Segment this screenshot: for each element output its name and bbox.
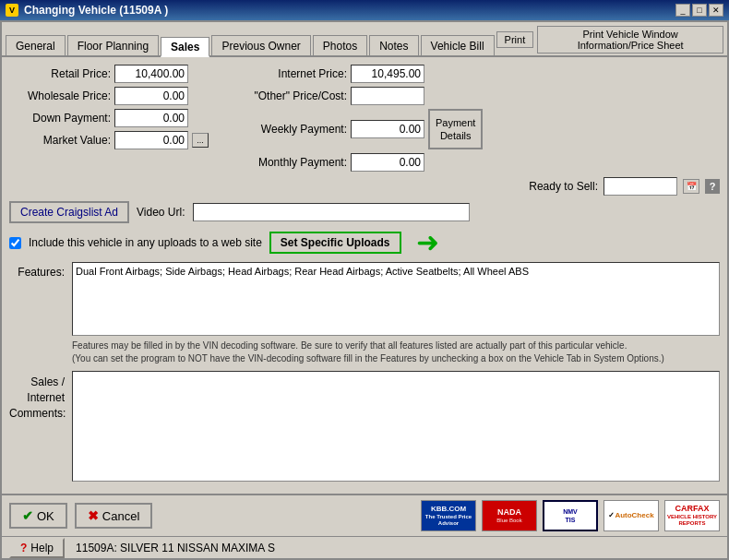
bottom-buttons: ✔ OK ✖ Cancel [9,503,152,529]
upload-label: Include this vehicle in any uploads to a… [29,236,262,249]
ready-to-sell-input[interactable] [604,177,677,196]
weekly-payment-row: Weekly Payment: PaymentDetails [227,109,483,149]
market-value-ellipsis[interactable]: ... [192,133,209,148]
tab-floor-planning[interactable]: Floor Planning [67,35,159,55]
calendar-icon[interactable]: 📅 [683,179,699,194]
tab-sales[interactable]: Sales [161,37,209,57]
print-window-button[interactable]: Print Vehicle Window Information/Price S… [537,26,723,54]
pricing-section: Retail Price: Wholesale Price: Down Paym… [9,65,720,172]
tab-previous-owner[interactable]: Previous Owner [211,35,310,55]
ok-button[interactable]: ✔ OK [9,503,67,529]
upload-row: Include this vehicle in any uploads to a… [9,229,720,256]
window-title: Changing Vehicle (11509A ) [24,4,168,17]
tab-photos[interactable]: Photos [313,35,367,55]
autocheck-badge[interactable]: ✓AutoCheck [604,500,659,531]
print-button[interactable]: Print [496,31,534,48]
monthly-payment-row: Monthly Payment: [227,153,483,172]
video-url-input[interactable] [193,203,470,221]
tab-notes[interactable]: Notes [369,35,418,55]
app-icon: V [6,4,18,17]
ready-to-sell-row: Ready to Sell: 📅 ? [9,177,720,196]
window-controls: _ □ ✕ [675,4,723,17]
arrow-icon: ➜ [416,229,439,256]
bottom-bar: ✔ OK ✖ Cancel KBB.COMThe Trusted Price A… [2,494,727,536]
question-icon[interactable]: ? [705,179,720,194]
weekly-payment-input[interactable] [351,120,424,138]
wholesale-price-label: Wholesale Price: [9,89,111,102]
badge-area: KBB.COMThe Trusted Price Advisor NADABlu… [421,500,720,531]
wholesale-price-row: Wholesale Price: [9,87,209,105]
cancel-button[interactable]: ✖ Cancel [75,503,152,529]
down-payment-input[interactable] [114,109,188,127]
maximize-button[interactable]: □ [692,4,707,17]
craigslist-button[interactable]: Create Craigslist Ad [9,201,129,223]
status-bar: ? Help 11509A: SILVER 11 NISSAN MAXIMA S [2,536,727,558]
main-window: General Floor Planning Sales Previous Ow… [0,20,729,560]
vehicle-info: 11509A: SILVER 11 NISSAN MAXIMA S [76,542,275,554]
comments-label: Sales /InternetComments: [9,371,65,482]
monthly-payment-input[interactable] [351,153,424,172]
down-payment-row: Down Payment: [9,109,209,127]
content-area: Retail Price: Wholesale Price: Down Paym… [2,57,727,494]
kbb-badge[interactable]: KBB.COMThe Trusted Price Advisor [421,500,476,531]
other-price-row: "Other" Price/Cost: [227,87,483,105]
market-value-input[interactable] [114,131,188,149]
tab-bar: General Floor Planning Sales Previous Ow… [2,22,727,57]
market-value-label: Market Value: [9,134,111,147]
tab-general[interactable]: General [6,35,66,55]
features-label: Features: [9,262,65,336]
help-button[interactable]: ? Help [9,538,65,558]
carfax-badge[interactable]: CARFAXVEHICLE HISTORYREPORTS [664,500,720,531]
pricing-left: Retail Price: Wholesale Price: Down Paym… [9,65,209,172]
nmvtis-badge[interactable]: NMVTIS [543,500,598,531]
down-payment-label: Down Payment: [9,112,111,125]
cancel-x-icon: ✖ [88,508,99,523]
close-button[interactable]: ✕ [709,4,723,17]
title-bar: V Changing Vehicle (11509A ) _ □ ✕ [0,0,729,20]
wholesale-price-input[interactable] [114,87,188,105]
retail-price-input[interactable] [114,65,188,83]
help-icon: ? [20,542,27,554]
features-section: Features: Dual Front Airbags; Side Airba… [9,262,720,336]
minimize-button[interactable]: _ [675,4,690,17]
pricing-right: Internet Price: "Other" Price/Cost: Week… [227,65,483,172]
other-price-label: "Other" Price/Cost: [227,89,347,102]
features-note: Features may be filled in by the VIN dec… [72,340,720,365]
upload-checkbox[interactable] [9,237,21,249]
payment-details-button[interactable]: PaymentDetails [428,109,483,149]
ok-check-icon: ✔ [22,508,33,523]
market-value-row: Market Value: ... [9,131,209,149]
set-uploads-button[interactable]: Set Specific Uploads [269,232,401,254]
craigslist-row: Create Craigslist Ad Video Url: [9,201,720,223]
internet-price-label: Internet Price: [227,67,347,80]
video-url-label: Video Url: [137,206,185,219]
tab-vehicle-bill[interactable]: Vehicle Bill [421,35,495,55]
weekly-payment-label: Weekly Payment: [227,123,347,136]
other-price-input[interactable] [351,87,424,105]
features-textarea[interactable]: Dual Front Airbags; Side Airbags; Head A… [72,262,720,336]
ready-to-sell-label: Ready to Sell: [529,180,598,193]
retail-price-label: Retail Price: [9,67,111,80]
internet-price-row: Internet Price: [227,65,483,83]
nada-badge[interactable]: NADABlue Book [482,500,537,531]
internet-price-input[interactable] [351,65,424,83]
retail-price-row: Retail Price: [9,65,209,83]
comments-textarea[interactable] [72,371,720,482]
comments-section: Sales /InternetComments: [9,371,720,482]
monthly-payment-label: Monthly Payment: [227,156,347,169]
